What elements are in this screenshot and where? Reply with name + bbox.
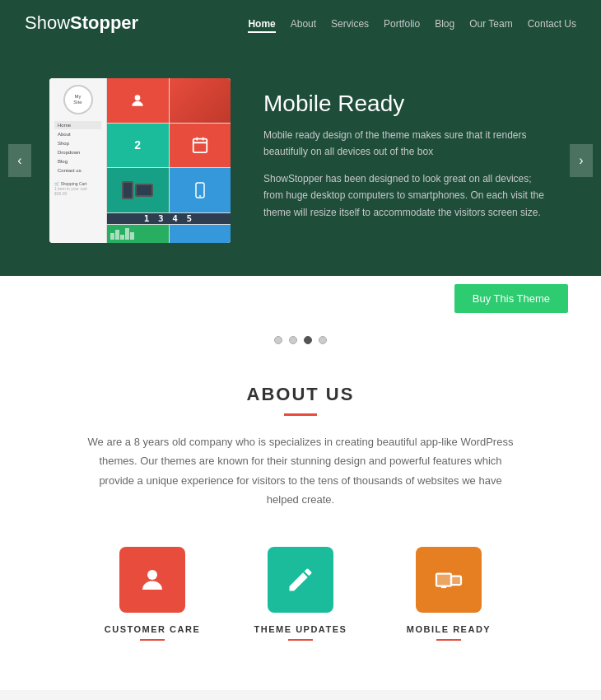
about-divider [284, 413, 317, 416]
theme-updates-label: THEME UPDATES [251, 624, 350, 634]
mockup-cart: 🛒 Shopping Cart 1 item in your cart $36.… [54, 181, 101, 196]
hero-section: ‹ MySite Home About Shop Dropdown Blog C… [0, 45, 601, 276]
mockup-logo: MySite [63, 85, 93, 114]
buy-bar: Buy This Theme [0, 276, 601, 321]
logo-light: Show [25, 12, 70, 33]
mockup-nav-home: Home [54, 121, 101, 129]
customer-care-label: CUSTOMER CARE [103, 624, 202, 634]
nav-item-services[interactable]: Services [331, 16, 369, 30]
mockup-cell-blue [170, 225, 231, 243]
pen-icon [286, 565, 315, 595]
dot-4[interactable] [319, 336, 327, 344]
logo-bold: Stopper [70, 12, 138, 33]
svg-rect-1 [193, 139, 207, 153]
nav-item-blog[interactable]: Blog [435, 16, 454, 30]
mobile-ready-line [436, 639, 461, 641]
mobile-ready-icon-bg [416, 547, 482, 613]
nav-list: Home About Services Portfolio Blog Our T… [248, 16, 576, 30]
mockup-cell-calendar [170, 124, 231, 168]
hero-para1: Mobile ready design of the theme makes s… [263, 127, 552, 161]
mockup-cell-chart [107, 225, 169, 243]
features-row: CUSTOMER CARE THEME UPDATES MOBILE R [66, 539, 535, 657]
mockup-nav-contact: Contact us [54, 166, 101, 175]
about-title: ABOUT US [66, 384, 535, 405]
nav-item-ourteam[interactable]: Our Team [469, 16, 512, 30]
mockup-nav-shop: Shop [54, 139, 101, 147]
mockup-cell-phone [170, 168, 231, 212]
theme-updates-icon-bg [268, 547, 333, 613]
mockup-grid: 2 1 3 4 5 [107, 78, 231, 243]
feature-theme-updates: THEME UPDATES [251, 547, 350, 641]
mockup-cell-red [107, 78, 169, 123]
nav-item-home[interactable]: Home [248, 16, 275, 30]
svg-point-6 [199, 195, 201, 197]
about-text: We are a 8 years old company who is spec… [86, 432, 515, 510]
person-icon [137, 565, 167, 595]
slide-dots [0, 321, 601, 359]
feature-customer-care: CUSTOMER CARE [103, 547, 202, 641]
mockup-cell-devices [107, 168, 169, 212]
devices-icon [434, 565, 464, 595]
mockup-nav-about: About [54, 130, 101, 138]
svg-rect-9 [451, 576, 461, 585]
multi-section: A MULTI-PURPOSE WORDPRESS THEME Use this… [0, 690, 601, 700]
mobile-ready-label: MOBILE READY [399, 624, 498, 634]
mockup-cell-photo [170, 78, 231, 123]
customer-care-icon-bg [119, 547, 185, 613]
about-section: ABOUT US We are a 8 years old company wh… [0, 359, 601, 690]
mockup-cell-teal: 2 [107, 124, 169, 168]
hero-text: Mobile Ready Mobile ready design of the … [263, 91, 552, 231]
hero-mockup: MySite Home About Shop Dropdown Blog Con… [49, 78, 231, 243]
prev-slide-button[interactable]: ‹ [8, 144, 31, 177]
dot-1[interactable] [274, 336, 282, 344]
buy-button[interactable]: Buy This Theme [454, 284, 568, 313]
mockup-sidebar: MySite Home About Shop Dropdown Blog Con… [49, 78, 107, 243]
svg-point-7 [147, 570, 157, 580]
main-nav: Home About Services Portfolio Blog Our T… [248, 16, 576, 30]
hero-title: Mobile Ready [263, 91, 552, 117]
svg-rect-8 [436, 573, 451, 586]
mockup-nav-dropdown: Dropdown [54, 148, 101, 156]
nav-item-contact[interactable]: Contact Us [528, 16, 576, 30]
svg-point-0 [135, 95, 141, 100]
header: ShowStopper Home About Services Portfoli… [0, 0, 601, 45]
logo: ShowStopper [25, 12, 138, 34]
mockup-cell-clock: 1 3 4 5 [107, 213, 231, 224]
feature-mobile-ready: MOBILE READY [399, 547, 498, 641]
hero-para2: ShowStopper has been designed to look gr… [263, 170, 552, 221]
nav-item-about[interactable]: About [291, 16, 316, 30]
dot-2[interactable] [289, 336, 297, 344]
next-slide-button[interactable]: › [570, 144, 593, 177]
theme-updates-line [288, 639, 313, 641]
mockup-nav-blog: Blog [54, 157, 101, 166]
customer-care-line [140, 639, 165, 641]
hero-content: MySite Home About Shop Dropdown Blog Con… [49, 78, 552, 243]
nav-item-portfolio[interactable]: Portfolio [384, 16, 420, 30]
dot-3[interactable] [304, 336, 312, 344]
